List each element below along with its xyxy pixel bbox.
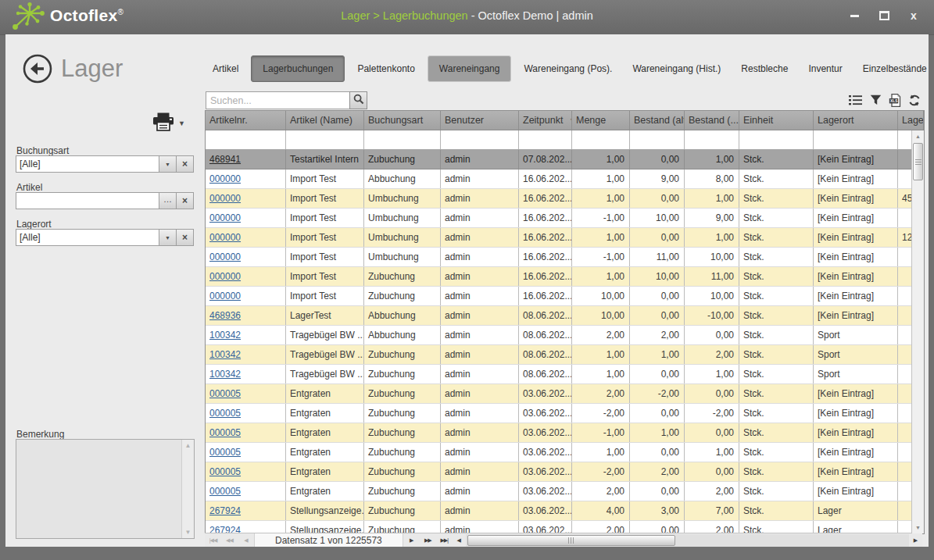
horizontal-scrollbar[interactable] [466,534,909,547]
artikelnr-link[interactable]: 267924 [209,505,241,516]
table-row[interactable]: 468941Testartikel InternZubuchungadmin07… [206,150,924,169]
filter-cell-artikel-name[interactable] [286,130,364,149]
artikelnr-link[interactable]: 100342 [209,330,241,341]
filter-cell-buchungsart[interactable] [364,130,441,149]
artikelnr-link[interactable]: 000000 [209,173,241,184]
table-row[interactable]: 100342Tragebügel BW ...Abbuchungadmin08.… [206,326,924,345]
prev-page-button[interactable]: ◀◀ [221,533,238,547]
artikelnr-link[interactable]: 000000 [209,232,241,243]
artikelnr-link[interactable]: 000000 [209,271,241,282]
filter-cell-zeitpunkt[interactable] [519,130,572,149]
next-record-button[interactable]: ▶ [403,533,420,547]
scroll-right-icon[interactable]: ▶ [909,533,922,547]
next-page-button[interactable]: ▶▶ [420,533,436,547]
column-header-bestand[interactable]: Bestand (... [685,111,739,130]
bemerkung-textarea[interactable]: ▲ ▼ [16,439,195,539]
tab-wareneingang-hist[interactable]: Wareneingang (Hist.) [622,63,731,74]
filter-cell-artikelnr[interactable] [206,130,286,149]
column-chooser-button[interactable] [848,93,864,107]
column-header-lagerp[interactable]: Lagerp [898,111,924,130]
artikel-clear-button[interactable]: × [176,193,193,209]
artikelnr-link[interactable]: 468936 [209,310,241,321]
table-row[interactable]: 100342Tragebügel BW ...Zubuchungadmin08.… [206,365,924,384]
artikelnr-link[interactable]: 000005 [209,427,241,438]
column-header-bestand-alt[interactable]: Bestand (alt) [630,111,685,130]
vertical-scroll-thumb[interactable] [913,143,923,180]
tab-lagerbuchungen[interactable]: Lagerbuchungen [251,55,345,82]
print-button[interactable]: ▼ [152,112,185,134]
table-row[interactable]: 000000Import TestAbbuchungadmin16.06.202… [206,169,924,189]
filter-cell-einheit[interactable] [739,130,814,149]
horizontal-scroll-thumb[interactable] [467,535,676,546]
prev-record-button[interactable]: ◀ [238,533,254,547]
scroll-down-icon[interactable]: ▼ [182,529,194,536]
tab-wareneingang-pos[interactable]: Wareneingang (Pos). [514,63,622,74]
column-header-artikelnr[interactable]: Artikelnr. [206,111,286,130]
lagerort-dropdown[interactable]: [Alle] ▼ × [16,229,194,246]
lagerort-clear-button[interactable]: × [176,230,193,245]
filter-cell-benutzer[interactable] [441,130,519,149]
artikelnr-link[interactable]: 000005 [209,486,241,497]
artikelnr-link[interactable]: 000005 [209,466,241,477]
filter-cell-bestand[interactable] [685,130,739,149]
table-row[interactable]: 000005EntgratenZubuchungadmin03.06.202..… [206,423,924,443]
tab-palettenkonto[interactable]: Palettenkonto [347,63,424,74]
refresh-button[interactable] [907,93,922,107]
buchungsart-dropdown-button[interactable]: ▼ [159,156,176,172]
vertical-scrollbar[interactable]: ▲ ▼ [911,130,924,533]
lagerort-dropdown-button[interactable]: ▼ [159,230,176,245]
artikelnr-link[interactable]: 468941 [209,154,241,165]
table-row[interactable]: 000000Import TestZubuchungadmin16.06.202… [206,287,924,306]
filter-cell-bestand-alt[interactable] [630,130,685,149]
column-header-lagerort[interactable]: Lagerort [814,111,898,130]
table-row[interactable]: 000005EntgratenZubuchungadmin03.06.202..… [206,482,924,501]
artikelnr-link[interactable]: 000005 [209,447,241,458]
tab-wareneingang[interactable]: Wareneingang [428,55,512,82]
table-row[interactable]: 000005EntgratenZubuchungadmin03.06.202..… [206,443,924,462]
artikelnr-link[interactable]: 100342 [209,349,241,360]
artikelnr-link[interactable]: 000000 [209,251,241,262]
artikelnr-link[interactable]: 267924 [209,525,241,533]
artikelnr-link[interactable]: 100342 [209,369,241,380]
table-row[interactable]: 000000Import TestUmbuchungadmin16.06.202… [206,209,924,228]
table-row[interactable]: 468936LagerTestAbbuchungadmin08.06.202..… [206,306,924,326]
close-button[interactable]: x [906,9,921,23]
last-record-button[interactable]: ▶▶| [436,533,453,547]
column-header-benutzer[interactable]: Benutzer [441,111,519,130]
column-header-artikel-name[interactable]: Artikel (Name) [286,111,364,130]
column-header-menge[interactable]: Menge [572,111,630,130]
column-header-zeitpunkt[interactable]: Zeitpunkt▼ [519,111,572,130]
table-row[interactable]: 000005EntgratenZubuchungadmin03.06.202..… [206,404,924,423]
table-row[interactable]: 000000Import TestUmbuchungadmin16.06.202… [206,228,924,248]
artikel-browse-button[interactable]: … [159,193,176,209]
filter-cell-menge[interactable] [572,130,630,149]
artikel-lookup-field[interactable]: … × [16,192,194,209]
column-header-einheit[interactable]: Einheit [739,111,814,130]
table-row[interactable]: 100342Tragebügel BW ...Zubuchungadmin08.… [206,345,924,365]
export-xls-button[interactable]: XLS [887,93,903,107]
buchungsart-dropdown[interactable]: [Alle] ▼ × [16,155,194,173]
tab-artikel[interactable]: Artikel [202,63,249,74]
table-row[interactable]: 000005EntgratenZubuchungadmin03.06.202..… [206,462,924,482]
scroll-up-icon[interactable]: ▲ [912,134,924,139]
artikelnr-link[interactable]: 000000 [209,291,241,301]
table-row[interactable]: 000000Import TestUmbuchungadmin16.06.202… [206,248,924,267]
tab-einzelbestände[interactable]: Einzelbestände [853,63,929,74]
artikelnr-link[interactable]: 000005 [209,408,241,419]
scroll-down-icon[interactable]: ▼ [912,525,924,530]
search-button[interactable] [349,91,367,109]
table-row[interactable]: 000005EntgratenZubuchungadmin03.06.202..… [206,384,924,404]
scroll-left-icon[interactable]: ◀ [453,533,466,547]
minimize-button[interactable] [846,9,862,23]
search-input[interactable] [206,91,350,109]
artikelnr-link[interactable]: 000000 [209,212,241,223]
buchungsart-clear-button[interactable]: × [176,156,193,172]
column-header-buchungsart[interactable]: Buchungsart [364,111,441,130]
artikelnr-link[interactable]: 000000 [209,193,241,204]
tab-inventur[interactable]: Inventur [798,63,852,74]
table-row[interactable]: 267924Stellungsanzeige...Zubuchungadmin0… [206,521,924,533]
maximize-button[interactable] [876,9,892,23]
filter-button[interactable] [868,93,883,107]
filter-cell-lagerort[interactable] [814,130,898,149]
table-row[interactable]: 000000Import TestUmbuchungadmin16.06.202… [206,189,924,209]
